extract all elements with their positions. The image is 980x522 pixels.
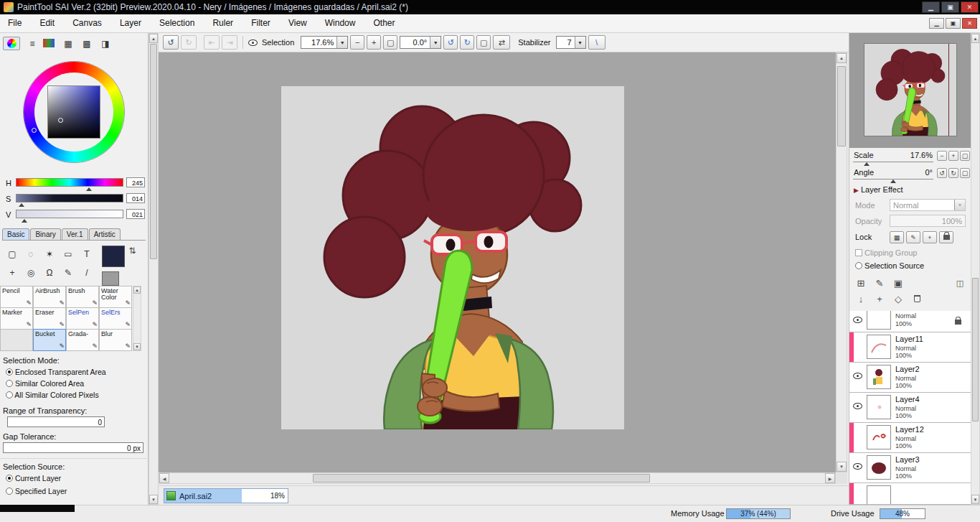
document-minimize-button[interactable]: ▁ xyxy=(929,18,944,29)
hue-wheel[interactable] xyxy=(24,62,124,162)
layer-lock-icon[interactable] xyxy=(955,320,961,325)
menu-ruler[interactable]: Ruler xyxy=(204,14,241,32)
selection-visibility-icon[interactable] xyxy=(248,39,258,46)
tool-gradation[interactable]: Grada-✎ xyxy=(66,329,99,351)
text-tool-icon[interactable]: T xyxy=(77,246,96,263)
zoom-select[interactable]: 17.6% ▼ xyxy=(301,36,348,49)
saturation-slider[interactable] xyxy=(16,194,123,202)
layer-row-layer4[interactable]: Layer4 Normal 100% xyxy=(849,393,971,423)
layer-thumbnail[interactable] xyxy=(867,335,891,359)
chevron-down-icon[interactable]: ▼ xyxy=(430,37,440,48)
custom-swatches-tab-icon[interactable]: ▩ xyxy=(77,35,96,52)
scroll-down-icon[interactable]: ▼ xyxy=(133,343,141,350)
menu-filter[interactable]: Filter xyxy=(243,14,278,32)
saturation-value-square[interactable] xyxy=(47,85,100,139)
radio-enclosed-transparent[interactable] xyxy=(6,368,13,376)
radio-specified-layer[interactable] xyxy=(6,488,13,495)
lock-opacity-button[interactable]: ▦ xyxy=(890,231,904,243)
scroll-up-icon[interactable]: ▲ xyxy=(837,53,847,63)
redo-button[interactable]: ↻ xyxy=(181,35,197,50)
angle-select[interactable]: 0.0° ▼ xyxy=(400,36,441,49)
menu-canvas[interactable]: Canvas xyxy=(65,14,110,32)
tool-watercolor[interactable]: Water Color✎ xyxy=(99,286,132,308)
radio-all-similar[interactable] xyxy=(6,391,13,399)
delete-layer-icon[interactable] xyxy=(908,292,925,306)
layer-row-partial-bottom[interactable] xyxy=(849,483,971,505)
scroll-right-icon[interactable]: ▶ xyxy=(825,473,835,483)
menu-selection[interactable]: Selection xyxy=(151,14,202,32)
scroll-up-icon[interactable]: ▲ xyxy=(149,34,158,43)
layer-visibility-icon[interactable] xyxy=(853,317,862,323)
menu-file[interactable]: File xyxy=(0,14,29,32)
tool-airbrush[interactable]: AirBrush✎ xyxy=(33,286,66,308)
window-close-button[interactable]: ✕ xyxy=(961,1,979,13)
tool-selpen[interactable]: SelPen✎ xyxy=(66,307,99,330)
scroll-up-icon[interactable]: ▲ xyxy=(133,286,141,294)
tool-selers[interactable]: SelErs✎ xyxy=(99,307,132,330)
lasso-tool-icon[interactable]: ◌ xyxy=(22,246,40,263)
history-back-button[interactable]: ⇤ xyxy=(204,35,220,50)
tool-blur[interactable]: Blur✎ xyxy=(99,329,132,351)
menu-other[interactable]: Other xyxy=(366,14,403,32)
scrollbar-thumb[interactable] xyxy=(313,474,650,483)
radio-similar-colored[interactable] xyxy=(6,380,13,387)
lock-position-button[interactable]: + xyxy=(923,231,937,243)
zoom-tool-icon[interactable]: ◎ xyxy=(22,264,40,281)
secondary-color-swatch[interactable] xyxy=(102,271,119,286)
rotate-ccw-button[interactable]: ↺ xyxy=(443,35,458,50)
layer-thumbnail[interactable] xyxy=(867,425,891,449)
tool-empty-slot[interactable] xyxy=(0,329,33,351)
hue-value[interactable]: 245 xyxy=(126,177,145,187)
stabilizer-select[interactable]: 7 ▼ xyxy=(556,36,586,49)
navigator[interactable] xyxy=(849,33,971,148)
tab-ver1[interactable]: Ver.1 xyxy=(62,228,88,240)
scroll-down-icon[interactable]: ▼ xyxy=(837,462,847,472)
document-restore-button[interactable]: ▣ xyxy=(946,18,961,29)
rotate-cw-button[interactable]: ↻ xyxy=(460,35,474,50)
color-mixer-tab-icon[interactable] xyxy=(43,39,55,47)
layer-row-layer11[interactable]: Layer11 Normal 100% xyxy=(849,332,971,363)
zoom-out-button[interactable]: − xyxy=(350,35,364,50)
rotate-ccw-button[interactable]: ↺ xyxy=(937,168,947,178)
range-of-transparency-input[interactable]: 0 xyxy=(7,416,105,427)
lock-pixels-button[interactable]: ✎ xyxy=(906,231,920,243)
layer-row-layer3[interactable]: Layer3 Normal 100% xyxy=(849,453,971,483)
clipping-group-checkbox[interactable] xyxy=(855,249,862,256)
chevron-down-icon[interactable]: ▼ xyxy=(575,37,585,48)
blend-mode-select[interactable]: Normal ▼ xyxy=(890,199,966,211)
layer-thumbnail[interactable] xyxy=(867,311,891,330)
tab-artistic[interactable]: Artistic xyxy=(89,228,121,240)
window-minimize-button[interactable]: ▁ xyxy=(922,1,940,13)
zoom-reset-button[interactable]: ▢ xyxy=(383,35,397,50)
scale-plus-button[interactable]: + xyxy=(948,151,958,161)
layer-effect-header[interactable]: ▶ Layer Effect xyxy=(854,185,903,194)
tab-basic[interactable]: Basic xyxy=(2,228,29,240)
line-snap-button[interactable]: \ xyxy=(588,35,606,50)
new-folder-icon[interactable]: ▣ xyxy=(890,276,907,290)
scale-minus-button[interactable]: − xyxy=(937,151,947,161)
scroll-left-icon[interactable]: ◀ xyxy=(159,473,169,483)
layer-row-partial-top[interactable]: Normal 100% xyxy=(849,311,971,332)
new-linework-layer-icon[interactable]: ✎ xyxy=(871,276,888,290)
canvas-viewport[interactable] xyxy=(159,52,836,472)
color-wheel-tab-icon[interactable] xyxy=(3,37,20,50)
rotate-tool-icon[interactable]: Ω xyxy=(40,264,59,281)
document-canvas[interactable] xyxy=(281,86,624,429)
transfer-down-icon[interactable]: ↓ xyxy=(852,292,870,306)
saturation-value[interactable]: 014 xyxy=(126,193,145,203)
eyedropper-tool-icon[interactable]: / xyxy=(77,264,96,281)
value-slider[interactable] xyxy=(16,210,123,218)
layer-thumbnail[interactable] xyxy=(867,365,891,389)
tool-bucket[interactable]: Bucket✎ xyxy=(33,329,66,351)
scale-reset-button[interactable]: ▢ xyxy=(960,151,970,161)
angle-reset-button[interactable]: ▢ xyxy=(960,168,970,178)
scratchpad-tab-icon[interactable]: ◨ xyxy=(96,35,115,52)
option-label[interactable]: Current Layer xyxy=(15,474,61,483)
magic-wand-tool-icon[interactable]: ✶ xyxy=(40,246,59,263)
chevron-down-icon[interactable]: ▼ xyxy=(336,37,347,48)
document-tab[interactable]: April.sai2 18% xyxy=(164,488,288,503)
layer-thumbnail[interactable] xyxy=(867,455,891,480)
menu-view[interactable]: View xyxy=(281,14,315,32)
angle-reset-button[interactable]: ▢ xyxy=(476,35,491,50)
tab-binary[interactable]: Binary xyxy=(30,228,60,240)
